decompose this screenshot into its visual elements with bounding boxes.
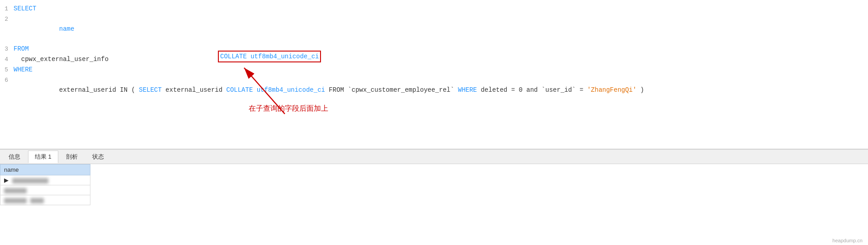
- table-row: [0, 185, 90, 195]
- tabs-bar: 信息 结果 1 剖析 状态: [0, 150, 868, 164]
- code-line-2: 2 name: [0, 14, 868, 44]
- line-num-5: 5: [0, 65, 14, 75]
- bottom-panel: 信息 结果 1 剖析 状态 name ▶: [0, 149, 868, 245]
- line-num-3: 3: [0, 44, 14, 54]
- tab-info[interactable]: 信息: [2, 151, 27, 163]
- table-row: [0, 195, 90, 205]
- row-indicator: ▶: [4, 177, 10, 184]
- code-part-3: deleted = 0: [477, 86, 526, 94]
- table-cell: ▶: [0, 175, 90, 185]
- line-num-4: 4: [0, 55, 14, 65]
- line-content-3: FROM: [14, 44, 868, 54]
- line-content-5: WHERE: [14, 65, 868, 75]
- code-eq: =: [576, 86, 587, 94]
- code-tick1: `cpwx_customer_employee_rel`: [348, 86, 454, 94]
- tab-results[interactable]: 结果 1: [28, 151, 58, 163]
- watermark: heapdump.cn: [832, 238, 863, 243]
- code-where: WHERE: [454, 86, 477, 94]
- code-select: SELECT: [139, 86, 161, 94]
- code-end: ): [637, 86, 644, 94]
- column-header-name: name: [0, 165, 90, 175]
- code-line-5: 5 WHERE: [0, 65, 868, 75]
- line-content-1: SELECT: [14, 4, 868, 14]
- code-line-4: 4 cpwx_external_user_info: [0, 54, 868, 65]
- blurred-value-3b: [30, 198, 44, 203]
- code-tick2: `user_id`: [538, 86, 576, 94]
- line-content-2: name: [14, 14, 868, 44]
- code-line-1: 1 SELECT: [0, 4, 868, 14]
- line-content-6: external_userid IN ( SELECT external_use…: [14, 75, 868, 105]
- line-num-1: 1: [0, 4, 14, 14]
- sql-editor: 1 SELECT 2 name 3 FROM 4 cpwx_external_u…: [0, 0, 868, 149]
- tab-status[interactable]: 状态: [85, 151, 111, 163]
- annotation-text: 在子查询的字段后面加上: [249, 104, 328, 113]
- table-row: ▶: [0, 175, 90, 185]
- blurred-value-1: [12, 178, 48, 184]
- line-num-2: 2: [0, 14, 14, 24]
- code-token: name: [52, 25, 74, 33]
- blurred-value-3: [4, 198, 27, 203]
- results-area: name ▶: [0, 164, 868, 245]
- line-num-6: 6: [0, 75, 14, 85]
- tab-profile[interactable]: 剖析: [59, 151, 85, 163]
- line-content-4: cpwx_external_user_info: [14, 54, 868, 64]
- blurred-value-2: [4, 188, 27, 193]
- table-cell: [0, 195, 90, 205]
- code-line-3: 3 FROM: [0, 44, 868, 54]
- code-line-6: 6 external_userid IN ( SELECT external_u…: [0, 75, 868, 105]
- results-table: name ▶: [0, 164, 90, 205]
- code-part-2: external_userid: [162, 86, 222, 94]
- table-cell: [0, 185, 90, 195]
- code-collate-inline: COLLATE utf8mb4_unicode_ci: [222, 86, 325, 94]
- code-str-val: 'ZhangFengQi': [587, 86, 637, 94]
- code-from: FROM: [325, 86, 348, 94]
- code-and: and: [526, 86, 538, 94]
- main-container: 1 SELECT 2 name 3 FROM 4 cpwx_external_u…: [0, 0, 868, 245]
- code-area: 1 SELECT 2 name 3 FROM 4 cpwx_external_u…: [0, 4, 868, 105]
- code-part-1: external_userid IN (: [52, 86, 139, 94]
